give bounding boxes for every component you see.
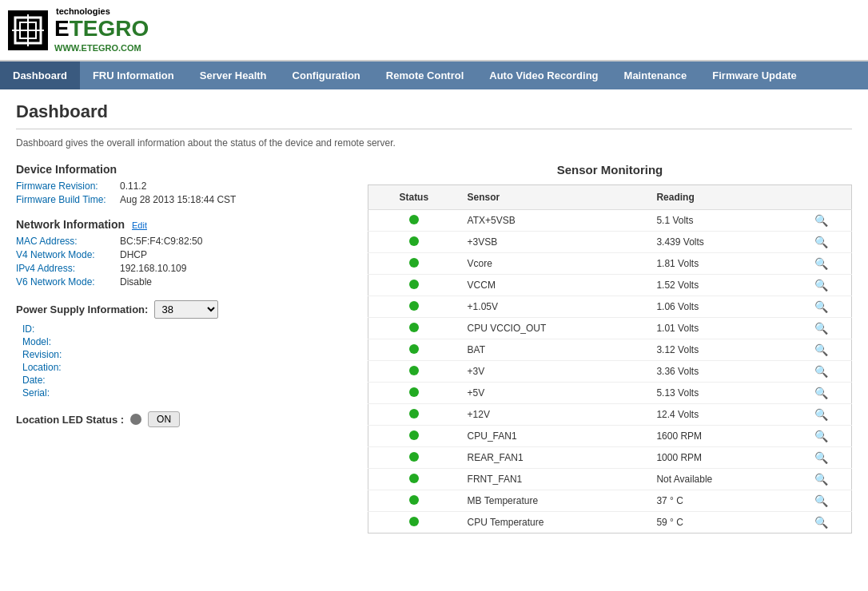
page-title: Dashboard	[16, 101, 852, 129]
sensor-name-cell: +1.05V	[460, 296, 649, 318]
ps-revision-row: Revision:	[22, 349, 352, 360]
sensor-action-cell[interactable]: 🔍	[792, 318, 852, 339]
sensor-action-cell[interactable]: 🔍	[792, 232, 852, 253]
sensor-action-cell[interactable]: 🔍	[792, 383, 852, 404]
sensor-action-cell[interactable]: 🔍	[792, 426, 852, 447]
sensor-action-cell[interactable]: 🔍	[792, 512, 852, 533]
sensor-detail-icon[interactable]: 🔍	[814, 279, 828, 292]
logo-tegro: TEGRO	[70, 16, 149, 42]
sensor-action-cell[interactable]: 🔍	[792, 404, 852, 426]
network-edit-link[interactable]: Edit	[132, 220, 147, 230]
sensor-status-cell	[368, 339, 460, 361]
power-supply-section: Power Supply Information: 38 ID: Model:	[16, 300, 352, 399]
status-green-dot	[409, 387, 419, 397]
sensor-action-cell[interactable]: 🔍	[792, 469, 852, 490]
network-info-section: Network Information Edit MAC Address: BC…	[16, 218, 352, 288]
nav-firmware-update[interactable]: Firmware Update	[699, 61, 809, 89]
logo-url: WWW.ETEGRO.COM	[54, 43, 141, 53]
ps-location-row: Location:	[22, 362, 352, 373]
sensor-name-cell: +5V	[460, 383, 649, 404]
sensor-action-cell[interactable]: 🔍	[792, 253, 852, 275]
sensor-reading-cell: 1.01 Volts	[648, 318, 791, 339]
sensor-action-cell[interactable]: 🔍	[792, 447, 852, 469]
sensor-detail-icon[interactable]: 🔍	[814, 343, 828, 356]
sensor-detail-icon[interactable]: 🔍	[814, 300, 828, 313]
sensor-name-cell: CPU Temperature	[460, 512, 649, 533]
sensor-reading-cell: 3.439 Volts	[648, 232, 791, 253]
sensor-detail-icon[interactable]: 🔍	[814, 236, 828, 248]
sensor-table-row: +3VSB3.439 Volts🔍	[368, 232, 852, 253]
sensor-action-cell[interactable]: 🔍	[792, 339, 852, 361]
sensor-reading-cell: Not Available	[648, 469, 791, 490]
sensor-reading-cell: 1600 RPM	[648, 426, 791, 447]
sensor-detail-icon[interactable]: 🔍	[814, 365, 828, 378]
logo: technologies E TEGRO WWW.ETEGRO.COM	[8, 6, 149, 54]
nav-remote-control[interactable]: Remote Control	[373, 61, 477, 89]
sensor-detail-icon[interactable]: 🔍	[814, 214, 828, 227]
sensor-detail-icon[interactable]: 🔍	[814, 494, 828, 507]
firmware-build-value: Aug 28 2013 15:18:44 CST	[120, 194, 236, 205]
sensor-status-cell	[368, 253, 460, 275]
firmware-build-label: Firmware Build Time:	[16, 194, 120, 205]
sensor-name-cell: REAR_FAN1	[460, 447, 649, 469]
nav-auto-video-recording[interactable]: Auto Video Recording	[476, 61, 611, 89]
sensor-reading-cell: 1.06 Volts	[648, 296, 791, 318]
nav-bar: Dashboard FRU Information Server Health …	[0, 61, 868, 89]
sensor-detail-icon[interactable]: 🔍	[814, 408, 828, 421]
ps-serial-row: Serial:	[22, 387, 352, 399]
col-action	[792, 185, 852, 210]
device-info-title: Device Information	[16, 163, 352, 176]
sensor-action-cell[interactable]: 🔍	[792, 210, 852, 232]
nav-server-health[interactable]: Server Health	[187, 61, 280, 89]
sensor-table-row: CPU Temperature59 ° C🔍	[368, 512, 852, 533]
sensor-detail-icon[interactable]: 🔍	[814, 473, 828, 486]
sensor-status-cell	[368, 318, 460, 339]
v6-mode-value: Disable	[120, 276, 152, 288]
status-green-dot	[409, 323, 419, 332]
nav-maintenance[interactable]: Maintenance	[611, 61, 700, 89]
sensor-action-cell[interactable]: 🔍	[792, 296, 852, 318]
v4-mode-value: DHCP	[120, 249, 147, 260]
sensor-detail-icon[interactable]: 🔍	[814, 257, 828, 270]
status-green-dot	[409, 517, 419, 526]
logo-text: technologies E TEGRO WWW.ETEGRO.COM	[54, 6, 149, 54]
sensor-detail-icon[interactable]: 🔍	[814, 322, 828, 335]
sensor-status-cell	[368, 296, 460, 318]
sensor-detail-icon[interactable]: 🔍	[814, 516, 828, 529]
sensor-status-cell	[368, 512, 460, 533]
firmware-revision-label: Firmware Revision:	[16, 180, 120, 192]
left-panel: Device Information Firmware Revision: 0.…	[16, 163, 352, 427]
sensor-status-cell	[368, 361, 460, 383]
network-info-title-text: Network Information	[16, 218, 125, 231]
sensor-action-cell[interactable]: 🔍	[792, 490, 852, 512]
sensor-detail-icon[interactable]: 🔍	[814, 387, 828, 399]
v6-mode-label: V6 Network Mode:	[16, 276, 120, 288]
nav-fru-information[interactable]: FRU Information	[80, 61, 187, 89]
nav-dashboard[interactable]: Dashboard	[0, 61, 80, 89]
sensor-action-cell[interactable]: 🔍	[792, 275, 852, 296]
ps-date-label: Date:	[22, 375, 78, 386]
ps-location-label: Location:	[22, 362, 78, 373]
sensor-action-cell[interactable]: 🔍	[792, 361, 852, 383]
sensor-status-cell	[368, 210, 460, 232]
sensor-name-cell: MB Temperature	[460, 490, 649, 512]
col-reading: Reading	[648, 185, 791, 210]
sensor-reading-cell: 37 ° C	[648, 490, 791, 512]
sensor-status-cell	[368, 447, 460, 469]
sensor-table-row: +12V12.4 Volts🔍	[368, 404, 852, 426]
status-green-dot	[409, 474, 419, 483]
led-status-row: Location LED Status : ON	[16, 411, 352, 427]
power-supply-select[interactable]: 38	[154, 300, 218, 319]
sensor-table-row: VCCM1.52 Volts🔍	[368, 275, 852, 296]
sensor-reading-cell: 12.4 Volts	[648, 404, 791, 426]
led-on-button[interactable]: ON	[148, 411, 180, 427]
nav-configuration[interactable]: Configuration	[280, 61, 373, 89]
sensor-detail-icon[interactable]: 🔍	[814, 451, 828, 464]
ps-serial-label: Serial:	[22, 387, 78, 399]
sensor-name-cell: +12V	[460, 404, 649, 426]
sensor-detail-icon[interactable]: 🔍	[814, 430, 828, 442]
main-layout: Device Information Firmware Revision: 0.…	[16, 163, 852, 533]
ps-revision-label: Revision:	[22, 349, 78, 360]
firmware-revision-row: Firmware Revision: 0.11.2	[16, 180, 352, 192]
sensor-name-cell: +3V	[460, 361, 649, 383]
